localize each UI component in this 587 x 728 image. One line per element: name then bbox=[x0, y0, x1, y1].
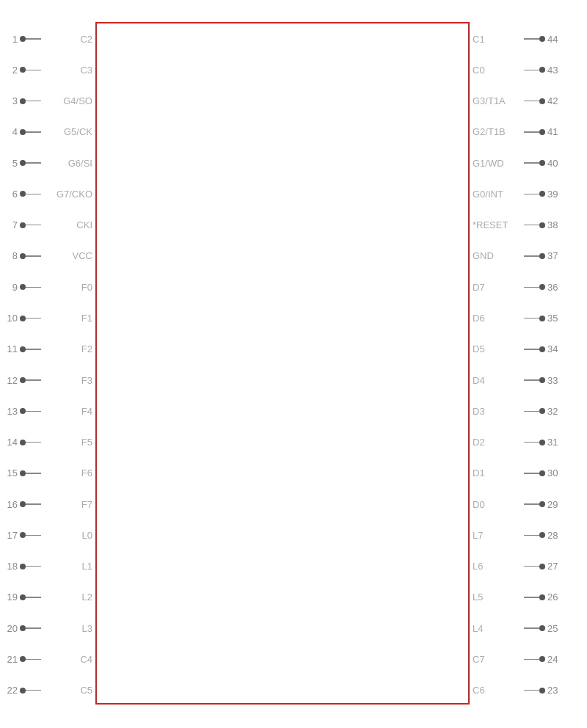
pin-number-right-41: 41 bbox=[547, 126, 564, 137]
pin-label-left-14: F5 bbox=[41, 437, 92, 448]
right-pin-24: 24 C7 bbox=[468, 644, 564, 674]
left-pin-22: 22 C5 bbox=[1, 675, 97, 706]
left-pin-21: 21 C4 bbox=[1, 644, 97, 674]
pin-label-right-35: D6 bbox=[473, 313, 524, 324]
pin-number-right-32: 32 bbox=[547, 406, 564, 417]
pin-number-right-29: 29 bbox=[547, 499, 564, 510]
pin-label-left-16: F7 bbox=[41, 499, 92, 510]
pin-number-right-34: 34 bbox=[547, 343, 564, 354]
pin-dot-right-38 bbox=[539, 222, 545, 228]
pin-label-right-26: L5 bbox=[473, 592, 524, 603]
pin-number-right-35: 35 bbox=[547, 313, 564, 324]
pin-line-left-4 bbox=[26, 131, 41, 133]
pin-line-right-29 bbox=[524, 503, 539, 505]
pin-dot-right-34 bbox=[539, 346, 545, 352]
pin-dot-right-39 bbox=[539, 191, 545, 197]
pin-line-right-24 bbox=[524, 659, 539, 660]
right-pin-26: 26 L5 bbox=[468, 582, 564, 613]
pin-dot-right-43 bbox=[539, 67, 545, 73]
pin-line-left-1 bbox=[26, 38, 41, 40]
pin-number-left-6: 6 bbox=[1, 189, 18, 200]
pin-label-left-11: F2 bbox=[41, 343, 92, 354]
pin-number-right-24: 24 bbox=[547, 654, 564, 665]
ic-body: 1 C2 2 C3 3 G4/SO 4 G5/CK 5 bbox=[95, 22, 470, 705]
pin-label-right-40: G1/WD bbox=[473, 158, 524, 169]
pin-number-left-9: 9 bbox=[1, 282, 18, 293]
pin-number-left-5: 5 bbox=[1, 158, 18, 169]
pin-label-right-41: G2/T1B bbox=[473, 126, 524, 137]
pin-line-right-23 bbox=[524, 690, 539, 691]
pin-dot-right-32 bbox=[539, 408, 545, 414]
pin-dot-left-8 bbox=[20, 253, 26, 259]
pin-label-left-19: L2 bbox=[41, 592, 92, 603]
pin-label-right-44: C1 bbox=[473, 34, 524, 45]
pin-label-left-9: F0 bbox=[41, 282, 92, 293]
pin-dot-right-40 bbox=[539, 160, 545, 166]
left-pin-10: 10 F1 bbox=[1, 302, 97, 333]
pin-label-right-42: G3/T1A bbox=[473, 95, 524, 106]
pin-label-left-22: C5 bbox=[41, 685, 92, 696]
pin-dot-right-37 bbox=[539, 253, 545, 259]
left-pin-20: 20 L3 bbox=[1, 613, 97, 644]
pin-dot-left-18 bbox=[20, 564, 26, 569]
right-pin-44: 44 C1 bbox=[468, 23, 564, 54]
pin-number-right-27: 27 bbox=[547, 561, 564, 572]
pin-line-right-32 bbox=[524, 411, 539, 412]
pin-label-left-6: G7/CKO bbox=[41, 189, 92, 200]
pin-line-right-30 bbox=[524, 473, 539, 474]
pin-number-right-30: 30 bbox=[547, 467, 564, 478]
pin-label-left-5: G6/SI bbox=[41, 158, 92, 169]
pin-number-left-19: 19 bbox=[1, 592, 18, 603]
pin-line-right-35 bbox=[524, 318, 539, 319]
right-pin-30: 30 D1 bbox=[468, 458, 564, 489]
pin-dot-right-25 bbox=[539, 625, 545, 631]
right-pin-28: 28 L7 bbox=[468, 520, 564, 550]
pin-dot-left-3 bbox=[20, 98, 26, 104]
pin-label-left-15: F6 bbox=[41, 467, 92, 478]
pin-number-right-25: 25 bbox=[547, 623, 564, 634]
pin-line-left-15 bbox=[26, 473, 41, 474]
pin-dot-right-26 bbox=[539, 594, 545, 600]
pin-line-left-3 bbox=[26, 101, 41, 102]
pin-dot-left-11 bbox=[20, 346, 26, 352]
pin-number-right-40: 40 bbox=[547, 158, 564, 169]
pin-number-right-33: 33 bbox=[547, 375, 564, 386]
right-pins: 44 C1 43 C0 42 G3/T1A 41 G2/T1B 40 bbox=[468, 23, 564, 703]
right-pin-41: 41 G2/T1B bbox=[468, 117, 564, 148]
pin-dot-left-17 bbox=[20, 532, 26, 538]
pin-dot-left-9 bbox=[20, 284, 26, 290]
pin-line-right-25 bbox=[524, 627, 539, 629]
pin-dot-left-22 bbox=[20, 688, 26, 694]
left-pin-18: 18 L1 bbox=[1, 551, 97, 582]
pin-label-right-34: D5 bbox=[473, 343, 524, 354]
pin-number-left-7: 7 bbox=[1, 219, 18, 230]
pin-label-right-43: C0 bbox=[473, 65, 524, 76]
pin-number-right-23: 23 bbox=[547, 685, 564, 696]
pin-dot-left-16 bbox=[20, 501, 26, 507]
pin-label-left-13: F4 bbox=[41, 406, 92, 417]
right-pin-29: 29 D0 bbox=[468, 489, 564, 520]
pin-label-right-27: L6 bbox=[473, 561, 524, 572]
left-pin-17: 17 L0 bbox=[1, 520, 97, 550]
pin-number-left-13: 13 bbox=[1, 406, 18, 417]
pin-label-right-23: C6 bbox=[473, 685, 524, 696]
pin-line-right-26 bbox=[524, 597, 539, 598]
pin-dot-left-14 bbox=[20, 440, 26, 445]
right-pin-32: 32 D3 bbox=[468, 396, 564, 426]
pin-dot-right-27 bbox=[539, 564, 545, 569]
pin-number-right-28: 28 bbox=[547, 530, 564, 541]
pin-number-left-2: 2 bbox=[1, 65, 18, 76]
pin-line-left-18 bbox=[26, 566, 41, 567]
right-pin-33: 33 D4 bbox=[468, 365, 564, 396]
left-pin-5: 5 G6/SI bbox=[1, 148, 97, 178]
pin-label-right-33: D4 bbox=[473, 375, 524, 386]
pin-line-left-7 bbox=[26, 225, 41, 226]
pin-dot-left-15 bbox=[20, 470, 26, 476]
right-pin-42: 42 G3/T1A bbox=[468, 86, 564, 117]
left-pin-13: 13 F4 bbox=[1, 396, 97, 426]
pin-number-left-14: 14 bbox=[1, 437, 18, 448]
pin-line-left-9 bbox=[26, 287, 41, 288]
pin-dot-left-19 bbox=[20, 594, 26, 600]
left-pin-9: 9 F0 bbox=[1, 272, 97, 302]
pin-dot-left-12 bbox=[20, 377, 26, 383]
